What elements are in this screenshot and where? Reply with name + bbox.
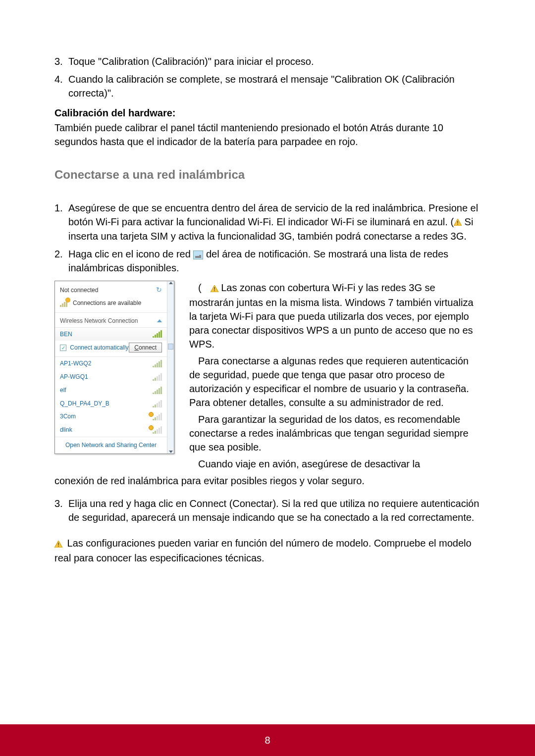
popup-available-text: Connections are available [73, 299, 141, 307]
popup-section-header[interactable]: Wireless Network Connection [55, 313, 167, 328]
step-text: Elija una red y haga clic en Connect (Co… [68, 498, 479, 523]
chevron-up-icon [157, 319, 162, 322]
warning-icon: ! [54, 537, 62, 551]
wifi-popup: Not connected ↻ Connections are availabl… [54, 281, 174, 454]
config-note: ! Las configuraciones pueden variar en f… [54, 536, 481, 565]
network-item[interactable]: dlink [55, 423, 167, 437]
network-item[interactable]: AP-WGQ1 [55, 370, 167, 384]
wireless-step-3: 3. Elija una red y haga clic en Connect … [54, 497, 481, 524]
popup-footer-link[interactable]: Open Network and Sharing Center [55, 437, 167, 454]
step-text: Asegúrese de que se encuentra dentro del… [68, 202, 478, 242]
side-p3: Para garantizar la seguridad de los dato… [189, 412, 481, 454]
step-number: 2. [54, 247, 63, 261]
auto-connect-wrapper[interactable]: ✓ Connect automatically [60, 344, 128, 352]
connect-button[interactable]: Connect [129, 343, 162, 353]
hardware-calibration-text: También puede calibrar el panel táctil m… [54, 121, 481, 149]
svg-text:!: ! [214, 287, 215, 292]
signal-strength-icon [153, 387, 162, 394]
network-name: dlink [60, 426, 72, 434]
network-name: AP-WGQ1 [60, 373, 88, 381]
scroll-thumb[interactable] [168, 344, 173, 350]
page-number: 8 [265, 735, 270, 746]
step-number: 3. [54, 497, 63, 510]
warning-icon: ! [454, 215, 462, 229]
popup-available-row: Connections are available [55, 297, 167, 313]
refresh-icon[interactable]: ↻ [156, 285, 162, 295]
network-name: Q_DH_PA4_DY_B [60, 400, 109, 408]
svg-text:!: ! [457, 220, 458, 226]
page-footer: 8 [0, 724, 535, 756]
step-number: 3. [54, 54, 63, 68]
wireless-steps-continued: 3. Elija una red y haga clic en Connect … [54, 497, 481, 524]
network-name: 3Com [60, 412, 76, 421]
auto-connect-label: Connect automatically [70, 344, 128, 351]
signal-availability-icon [60, 299, 69, 307]
step-4: 4. Cuando la calibración se complete, se… [54, 72, 481, 100]
side-p2: Para conectarse a algunas redes que requ… [189, 354, 481, 409]
scroll-down-icon[interactable] [169, 451, 173, 453]
popup-status: Not connected [60, 286, 98, 295]
side-p1: (! Las zonas con cobertura Wi-Fi y las r… [189, 281, 481, 351]
network-item[interactable]: Q_DH_PA4_DY_B [55, 397, 167, 410]
wireless-steps: 1. Asegúrese de que se encuentra dentro … [54, 201, 481, 275]
connect-row: ✓ Connect automatically Connect [55, 341, 167, 357]
side-p4: Cuando viaje en avión, asegúrese de desa… [189, 457, 481, 471]
network-tray-icon [193, 251, 203, 259]
hardware-calibration-heading: Calibración del hardware: [54, 106, 481, 120]
step-text: Cuando la calibración se complete, se mo… [68, 74, 455, 99]
step-number: 4. [54, 72, 63, 86]
network-name: AP1-WGQ2 [60, 359, 91, 368]
svg-text:!: ! [57, 542, 59, 548]
network-item[interactable]: elf [55, 384, 167, 397]
scrollbar[interactable] [167, 281, 174, 454]
section-title: Conectarse a una red inalámbrica [54, 166, 481, 183]
signal-strength-icon [153, 400, 162, 407]
step-text: Toque "Calibration (Calibración)" para i… [68, 56, 314, 67]
signal-strength-icon [153, 360, 162, 367]
wireless-step-1: 1. Asegúrese de que se encuentra dentro … [54, 201, 481, 244]
signal-strength-icon [153, 426, 162, 434]
calibration-steps: 3. Toque "Calibration (Calibración)" par… [54, 54, 481, 100]
wireless-step-2: 2. Haga clic en el icono de red del área… [54, 247, 481, 275]
scroll-track[interactable] [167, 284, 174, 451]
signal-strength-icon [153, 373, 162, 381]
signal-strength-icon [153, 330, 162, 338]
network-item[interactable]: AP1-WGQ2 [55, 357, 167, 370]
network-name: elf [60, 386, 66, 395]
continuation-text: conexión de red inalámbrica para evitar … [54, 474, 481, 488]
network-item[interactable]: 3Com [55, 410, 167, 423]
warning-icon: ! [202, 282, 218, 296]
step-text: Haga clic en el icono de red del área de… [68, 249, 448, 273]
step-3: 3. Toque "Calibration (Calibración)" par… [54, 54, 481, 68]
popup-status-row: Not connected ↻ [55, 281, 167, 297]
side-paragraphs: (! Las zonas con cobertura Wi-Fi y las r… [189, 281, 481, 474]
network-name: BEN [60, 330, 72, 339]
checkbox-icon[interactable]: ✓ [60, 345, 66, 351]
step-number: 1. [54, 201, 63, 215]
signal-strength-icon [153, 413, 162, 420]
network-item-selected[interactable]: BEN [55, 328, 167, 341]
